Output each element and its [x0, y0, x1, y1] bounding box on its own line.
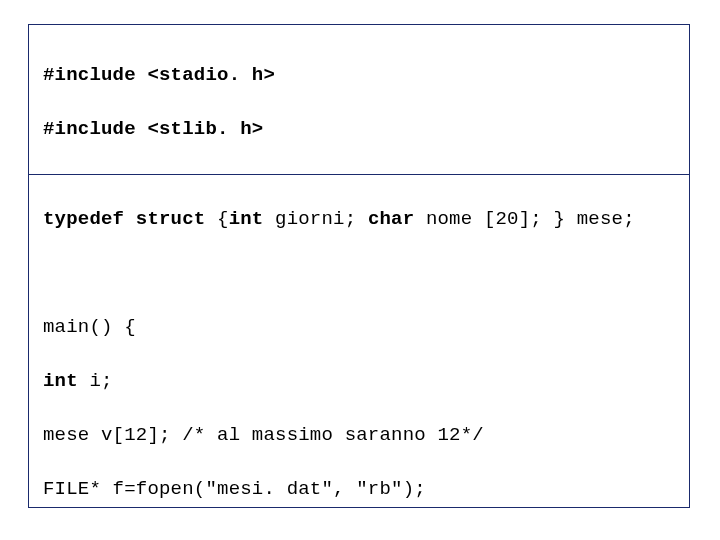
blank-line [43, 529, 675, 540]
code-text: { [217, 208, 229, 230]
include-directive: #include <stadio. h> [43, 64, 275, 86]
keyword-int: int [229, 208, 264, 230]
keyword-int: int [43, 370, 78, 392]
code-text: i; [78, 370, 113, 392]
divider [29, 174, 689, 175]
keyword-char: char [368, 208, 414, 230]
code-text: FILE* f=fopen [43, 478, 194, 500]
code-line: mese v[12]; /* al massimo saranno 12*/ [43, 422, 675, 449]
code-line: FILE* f=fopen("mesi. dat", "rb"); [43, 476, 675, 503]
code-text: nome [20]; } mese; [414, 208, 634, 230]
code-text: ("mesi. dat", "rb"); [194, 478, 426, 500]
code-line: int i; [43, 368, 675, 395]
code-block: #include <stadio. h> #include <stlib. h>… [43, 35, 675, 540]
code-line: typedef struct {int giorni; char nome [2… [43, 206, 675, 233]
blank-line [43, 260, 675, 287]
code-line: #include <stlib. h> [43, 116, 675, 143]
include-directive: #include <stlib. h> [43, 118, 263, 140]
code-line: #include <stadio. h> [43, 62, 675, 89]
code-text: mese v[12]; /* al massimo saranno 12*/ [43, 424, 484, 446]
keyword-typedef: typedef struct [43, 208, 217, 230]
code-frame: #include <stadio. h> #include <stlib. h>… [28, 24, 690, 508]
code-line: main() { [43, 314, 675, 341]
code-text: giorni; [263, 208, 367, 230]
code-text: main() { [43, 316, 136, 338]
